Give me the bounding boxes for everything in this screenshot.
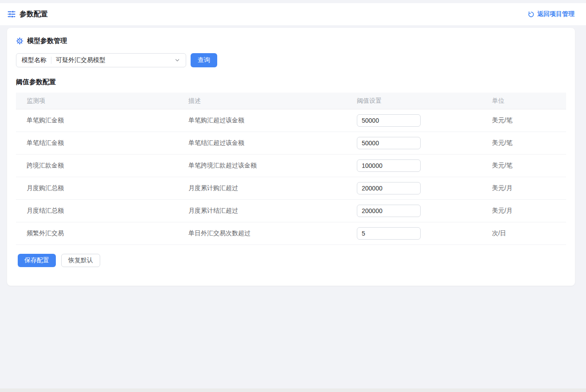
table-row: 单笔结汇金额 单笔结汇超过该金额 美元/笔	[16, 132, 566, 155]
cell-item: 月度购汇总额	[16, 184, 178, 192]
cell-item: 频繁外汇交易	[16, 229, 178, 237]
col-header-threshold: 阈值设置	[346, 97, 481, 105]
query-button[interactable]: 查询	[191, 53, 217, 67]
cell-unit: 美元/月	[481, 184, 566, 192]
table-row: 频繁外汇交易 单日外汇交易次数超过 次/日	[16, 222, 566, 245]
top-header-bar: 参数配置 返回项目管理	[0, 3, 586, 25]
threshold-input[interactable]	[357, 114, 421, 127]
back-link-label: 返回项目管理	[537, 10, 574, 18]
cell-desc: 月度累计购汇超过	[178, 184, 346, 192]
threshold-input[interactable]	[357, 227, 421, 240]
filter-row: 模型名称 可疑外汇交易模型 查询	[16, 53, 566, 67]
threshold-input[interactable]	[357, 137, 421, 149]
table-row: 月度购汇总额 月度累计购汇超过 美元/月	[16, 177, 566, 200]
table-title: 阈值参数配置	[16, 78, 566, 86]
table-header-row: 监测项 描述 阈值设置 单位	[16, 93, 566, 109]
page-title: 参数配置	[20, 10, 48, 19]
cell-item: 单笔购汇金额	[16, 116, 178, 124]
sliders-icon	[7, 10, 16, 19]
select-selected-value: 可疑外汇交易模型	[56, 56, 170, 64]
model-parameter-card: 模型参数管理 模型名称 可疑外汇交易模型 查询 阈值参数配置 监测项 描述 阈值…	[7, 28, 575, 286]
page-title-group: 参数配置	[7, 10, 48, 19]
threshold-table: 监测项 描述 阈值设置 单位 单笔购汇金额 单笔购汇超过该金额 美元/笔 单笔结…	[16, 93, 566, 245]
cell-unit: 美元/笔	[481, 139, 566, 147]
cell-desc: 单笔跨境汇款超过该金额	[178, 162, 346, 170]
table-row: 跨境汇款金额 单笔跨境汇款超过该金额 美元/笔	[16, 155, 566, 177]
undo-icon	[527, 11, 535, 18]
cell-item: 单笔结汇金额	[16, 139, 178, 147]
cell-unit: 美元/月	[481, 207, 566, 215]
cell-item: 月度结汇总额	[16, 207, 178, 215]
cell-unit: 次/日	[481, 229, 566, 237]
threshold-input[interactable]	[357, 159, 421, 172]
cell-item: 跨境汇款金额	[16, 162, 178, 170]
chevron-down-icon	[174, 57, 180, 63]
col-header-desc: 描述	[178, 97, 346, 105]
threshold-input[interactable]	[357, 205, 421, 217]
actions-row: 保存配置 恢复默认	[16, 254, 566, 267]
gear-icon	[16, 37, 23, 45]
section-title-group: 模型参数管理	[16, 37, 566, 45]
table-row: 单笔购汇金额 单笔购汇超过该金额 美元/笔	[16, 109, 566, 132]
select-divider	[51, 57, 51, 64]
model-name-select[interactable]: 模型名称 可疑外汇交易模型	[16, 53, 186, 67]
threshold-input[interactable]	[357, 182, 421, 194]
section-title: 模型参数管理	[27, 37, 67, 45]
col-header-unit: 单位	[481, 97, 566, 105]
cell-unit: 美元/笔	[481, 162, 566, 170]
back-to-project-link[interactable]: 返回项目管理	[527, 10, 574, 18]
restore-default-button[interactable]: 恢复默认	[61, 254, 100, 267]
cell-unit: 美元/笔	[481, 116, 566, 124]
table-row: 月度结汇总额 月度累计结汇超过 美元/月	[16, 200, 566, 222]
cell-desc: 单笔结汇超过该金额	[178, 139, 346, 147]
cell-desc: 单日外汇交易次数超过	[178, 229, 346, 237]
horizontal-scrollbar[interactable]	[0, 388, 586, 392]
cell-desc: 单笔购汇超过该金额	[178, 116, 346, 124]
save-config-button[interactable]: 保存配置	[18, 254, 56, 267]
col-header-item: 监测项	[16, 97, 178, 105]
select-label: 模型名称	[22, 56, 47, 64]
cell-desc: 月度累计结汇超过	[178, 207, 346, 215]
